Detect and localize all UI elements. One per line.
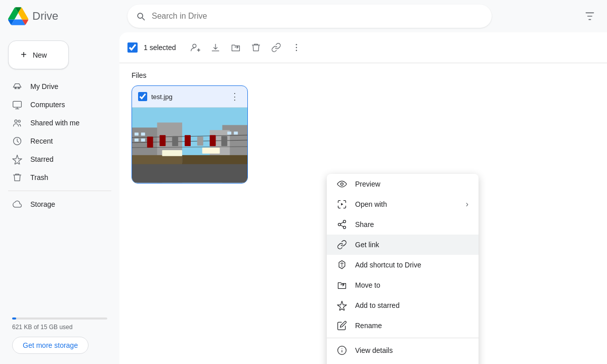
svg-rect-34 [162, 150, 182, 156]
svg-rect-21 [172, 136, 178, 146]
share-icon [337, 219, 347, 230]
search-filter-button[interactable] [581, 7, 599, 25]
svg-point-37 [343, 220, 346, 223]
svg-point-8 [296, 47, 297, 49]
new-button-label: New [33, 51, 47, 59]
filter-icon [585, 11, 595, 21]
file-card[interactable]: test.jpg ⋮ [132, 85, 248, 184]
files-heading: Files [132, 71, 595, 79]
star-outline-icon [337, 300, 347, 310]
menu-divider [327, 338, 479, 338]
svg-point-4 [18, 120, 20, 122]
sidebar-item-my-drive[interactable]: My Drive [0, 77, 111, 96]
link-icon [271, 42, 281, 53]
menu-move-to-label: Move to [355, 281, 468, 289]
selected-count: 1 selected [144, 43, 176, 52]
select-all-checkbox[interactable] [127, 42, 138, 53]
sidebar-storage-label: Storage [30, 200, 55, 208]
download-toolbar-button[interactable] [206, 38, 225, 57]
sidebar-item-label: Computers [30, 101, 65, 109]
svg-rect-26 [135, 132, 139, 135]
open-with-icon [337, 199, 347, 209]
logo-area: Drive [8, 6, 119, 26]
menu-share-label: Share [355, 220, 468, 229]
get-more-storage-button[interactable]: Get more storage [12, 337, 89, 354]
menu-add-starred-label: Add to starred [355, 301, 468, 309]
svg-rect-35 [202, 148, 220, 154]
svg-rect-32 [132, 155, 182, 164]
move-to-toolbar-button[interactable] [227, 38, 245, 57]
menu-item-add-shortcut[interactable]: Add shortcut to Drive [327, 255, 479, 275]
svg-point-6 [193, 44, 196, 48]
menu-get-link-label: Get link [355, 241, 468, 249]
more-vert-icon [291, 42, 301, 53]
storage-section: 621 KB of 15 GB used Get more storage [0, 311, 119, 360]
delete-toolbar-button[interactable] [247, 38, 265, 57]
svg-rect-20 [160, 135, 166, 146]
search-bar[interactable] [127, 5, 492, 28]
clock-icon [12, 136, 22, 146]
search-input[interactable] [152, 12, 484, 21]
menu-item-preview[interactable]: Preview [327, 174, 479, 194]
svg-rect-2 [13, 101, 22, 107]
eye-icon [337, 179, 347, 189]
delete-icon [251, 42, 261, 53]
sidebar-item-computers[interactable]: Computers [0, 96, 111, 114]
menu-add-shortcut-label: Add shortcut to Drive [355, 261, 468, 269]
search-icon [136, 11, 146, 21]
drive-icon [12, 81, 22, 92]
shortcut-icon [337, 260, 347, 270]
menu-item-get-link[interactable]: Get link [327, 235, 479, 255]
svg-rect-15 [132, 163, 247, 183]
menu-item-view-details[interactable]: View details [327, 340, 479, 360]
sidebar: + New My Drive Compu [0, 32, 119, 364]
get-link-toolbar-button[interactable] [267, 38, 285, 57]
menu-view-details-label: View details [355, 346, 468, 354]
star-icon [12, 154, 22, 164]
file-checkbox[interactable] [138, 92, 147, 101]
sidebar-item-recent[interactable]: Recent [0, 132, 111, 150]
new-button[interactable]: + New [8, 40, 69, 69]
app-title: Drive [32, 10, 58, 23]
pencil-icon [337, 321, 347, 331]
svg-point-9 [296, 50, 297, 52]
folder-move-icon [231, 42, 241, 53]
svg-point-3 [15, 120, 17, 122]
sidebar-item-label: Recent [30, 137, 53, 145]
menu-item-add-starred[interactable]: Add to starred [327, 295, 479, 315]
svg-rect-31 [234, 131, 238, 134]
more-toolbar-button[interactable] [287, 38, 306, 57]
file-card-header: test.jpg ⋮ [132, 86, 247, 107]
toolbar: 1 selected [119, 32, 607, 63]
file-more-button[interactable]: ⋮ [228, 90, 241, 103]
storage-bar-fill [12, 317, 16, 320]
chevron-right-icon: › [466, 200, 468, 209]
svg-point-39 [343, 226, 346, 229]
sidebar-item-label: Starred [30, 155, 54, 163]
share-toolbar-button[interactable] [186, 38, 204, 57]
svg-point-1 [18, 87, 20, 89]
svg-rect-29 [141, 139, 145, 142]
add-person-icon [190, 42, 200, 53]
svg-point-36 [341, 183, 343, 186]
menu-item-open-with[interactable]: Open with › [327, 194, 479, 214]
menu-item-move-to[interactable]: Move to [327, 275, 479, 295]
menu-preview-label: Preview [355, 180, 468, 188]
download-icon [210, 42, 221, 53]
svg-rect-24 [210, 135, 216, 146]
sidebar-item-label: Trash [30, 173, 48, 181]
menu-item-manage-versions[interactable]: Manage versions [327, 360, 479, 364]
sidebar-item-storage[interactable]: Storage [0, 195, 111, 213]
svg-rect-28 [135, 139, 139, 142]
sidebar-item-shared[interactable]: Shared with me [0, 114, 111, 132]
sidebar-item-starred[interactable]: Starred [0, 150, 111, 168]
context-menu: Preview Open with › [327, 174, 479, 364]
google-drive-logo-icon [8, 6, 28, 26]
svg-rect-27 [141, 132, 145, 135]
svg-point-7 [296, 44, 297, 46]
sidebar-item-trash[interactable]: Trash [0, 168, 111, 187]
menu-item-share[interactable]: Share [327, 214, 479, 235]
menu-item-rename[interactable]: Rename [327, 315, 479, 336]
sidebar-item-label: Shared with me [30, 119, 79, 127]
svg-point-38 [338, 223, 341, 226]
